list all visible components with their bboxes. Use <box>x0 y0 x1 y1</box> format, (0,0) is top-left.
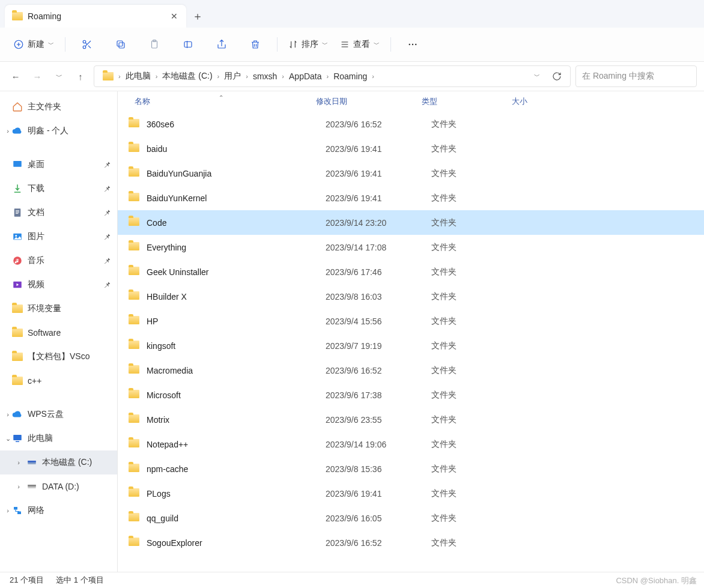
file-date: 2023/9/6 19:41 <box>326 489 431 499</box>
svg-rect-23 <box>28 461 36 462</box>
nav-onedrive[interactable]: › 明鑫 - 个人 <box>0 119 117 143</box>
chevron-right-icon[interactable]: › <box>14 459 23 466</box>
close-tab-icon[interactable]: ✕ <box>168 9 180 23</box>
file-row[interactable]: PLogs2023/9/6 19:41文件夹 <box>118 481 704 506</box>
svg-rect-27 <box>17 512 21 515</box>
column-name[interactable]: 名称 ⌃ <box>135 96 316 107</box>
chevron-right-icon: › <box>117 73 122 80</box>
more-button[interactable] <box>397 34 428 55</box>
chevron-right-icon[interactable]: › <box>14 483 23 490</box>
file-row[interactable]: 360se62023/9/6 16:52文件夹 <box>118 112 704 136</box>
chevron-right-icon[interactable]: › <box>4 507 12 514</box>
file-row[interactable]: Macromedia2023/9/6 16:52文件夹 <box>118 358 704 383</box>
nav-item-label: c++ <box>28 376 111 386</box>
cut-button[interactable] <box>71 34 103 55</box>
up-button[interactable]: ↑ <box>72 67 89 86</box>
column-type[interactable]: 类型 <box>422 96 512 107</box>
nav-quick-item[interactable]: c++ <box>0 369 117 393</box>
file-row[interactable]: npm-cache2023/9/8 15:36文件夹 <box>118 456 704 481</box>
chevron-right-icon: › <box>371 73 375 80</box>
breadcrumb-segment[interactable]: smxsh <box>249 71 281 81</box>
nav-quick-item[interactable]: 【文档包】VSco <box>0 345 117 369</box>
view-button[interactable]: 查看 ﹀ <box>335 34 384 55</box>
file-row[interactable]: qq_guild2023/9/6 16:05文件夹 <box>118 506 704 530</box>
file-row[interactable]: HP2023/9/4 15:56文件夹 <box>118 309 704 333</box>
pin-icon: 📌︎ <box>103 208 111 217</box>
nav-quick-item[interactable]: 图片📌︎ <box>0 225 117 249</box>
folder-icon <box>129 341 139 349</box>
file-row[interactable]: BaiduYunGuanjia2023/9/6 19:41文件夹 <box>118 161 704 186</box>
file-date: 2023/9/7 19:19 <box>326 341 431 351</box>
breadcrumb-dropdown[interactable]: ﹀ <box>534 72 540 80</box>
nav-network[interactable]: › 网络 <box>0 499 117 523</box>
breadcrumb-segment[interactable]: 此电脑 <box>122 71 154 82</box>
file-row[interactable]: baidu2023/9/6 19:41文件夹 <box>118 136 704 161</box>
folder-icon <box>129 414 139 423</box>
file-date: 2023/9/6 16:52 <box>326 366 431 375</box>
nav-drive-d[interactable]: › DATA (D:) <box>0 474 117 499</box>
file-name: Microsoft <box>147 390 326 400</box>
nav-quick-item[interactable]: 环境变量 <box>0 297 117 321</box>
file-date: 2023/9/4 15:56 <box>326 317 431 326</box>
nav-quick-item[interactable]: 视频📌︎ <box>0 273 117 297</box>
active-tab[interactable]: Roaming ✕ <box>5 5 186 28</box>
chevron-right-icon[interactable]: › <box>4 127 12 135</box>
file-row[interactable]: Motrix2023/9/6 23:55文件夹 <box>118 407 704 432</box>
file-row[interactable]: Everything2023/9/14 17:08文件夹 <box>118 235 704 259</box>
paste-button[interactable] <box>139 34 170 55</box>
recent-button[interactable]: ﹀ <box>50 67 67 86</box>
folder-icon <box>129 144 139 152</box>
nav-quick-item[interactable]: 桌面📌︎ <box>0 153 117 177</box>
nav-drive-c[interactable]: › 本地磁盘 (C:) <box>0 450 117 474</box>
breadcrumb[interactable]: › 此电脑 › 本地磁盘 (C:) › 用户 › smxsh › AppData… <box>94 65 571 87</box>
refresh-button[interactable] <box>548 71 565 81</box>
nav-quick-item[interactable]: 下载📌︎ <box>0 177 117 201</box>
file-row[interactable]: Code2023/9/14 23:20文件夹 <box>118 210 704 235</box>
column-date[interactable]: 修改日期 <box>316 96 422 107</box>
file-row[interactable]: Microsoft2023/9/6 17:38文件夹 <box>118 383 704 407</box>
paste-icon <box>149 39 160 50</box>
forward-button[interactable]: → <box>29 67 46 86</box>
nav-quick-item[interactable]: 音乐📌︎ <box>0 249 117 273</box>
breadcrumb-segment[interactable]: Roaming <box>330 71 371 81</box>
search-placeholder: 在 Roaming 中搜索 <box>582 71 654 82</box>
file-row[interactable]: HBuilder X2023/9/8 16:03文件夹 <box>118 284 704 309</box>
column-size[interactable]: 大小 <box>512 96 527 107</box>
chevron-down-icon[interactable]: ⌄ <box>4 435 12 443</box>
breadcrumb-segment[interactable]: AppData <box>285 71 325 81</box>
file-date: 2023/9/6 19:41 <box>326 144 431 154</box>
folder-icon <box>12 353 23 361</box>
nav-quick-item[interactable]: 文档📌︎ <box>0 201 117 225</box>
delete-button[interactable] <box>240 34 271 55</box>
nav-item-label: 音乐 <box>28 255 99 266</box>
breadcrumb-segment[interactable]: 用户 <box>220 71 244 82</box>
new-tab-button[interactable]: ＋ <box>186 5 209 28</box>
nav-item-label: 下载 <box>28 183 99 194</box>
file-row[interactable]: BaiduYunKernel2023/9/6 19:41文件夹 <box>118 186 704 210</box>
folder-type-icon <box>12 183 23 194</box>
sort-icon <box>288 40 298 49</box>
nav-thispc[interactable]: ⌄ 此电脑 <box>0 426 117 450</box>
back-button[interactable]: ← <box>7 67 24 86</box>
file-row[interactable]: Notepad++2023/9/14 19:06文件夹 <box>118 432 704 456</box>
sort-button[interactable]: 排序 ﹀ <box>284 34 333 55</box>
chevron-right-icon[interactable]: › <box>4 411 12 418</box>
svg-point-2 <box>83 40 86 43</box>
nav-quick-item[interactable]: Software <box>0 321 117 345</box>
drive-icon <box>26 457 37 468</box>
pin-icon: 📌︎ <box>103 184 111 193</box>
file-name: qq_guild <box>147 514 326 523</box>
folder-icon <box>12 377 23 385</box>
file-row[interactable]: Geek Uninstaller2023/9/6 17:46文件夹 <box>118 259 704 284</box>
breadcrumb-segment[interactable]: 本地磁盘 (C:) <box>159 71 216 82</box>
search-input[interactable]: 在 Roaming 中搜索 <box>575 65 697 87</box>
share-button[interactable] <box>206 34 237 55</box>
file-row[interactable]: SogouExplorer2023/9/6 16:52文件夹 <box>118 530 704 555</box>
folder-icon <box>129 217 139 226</box>
new-button[interactable]: 新建 ﹀ <box>8 34 59 55</box>
nav-home[interactable]: 主文件夹 <box>0 95 117 119</box>
nav-wps[interactable]: › WPS云盘 <box>0 402 117 426</box>
copy-button[interactable] <box>105 34 136 55</box>
rename-button[interactable] <box>172 34 204 55</box>
file-row[interactable]: kingsoft2023/9/7 19:19文件夹 <box>118 333 704 358</box>
